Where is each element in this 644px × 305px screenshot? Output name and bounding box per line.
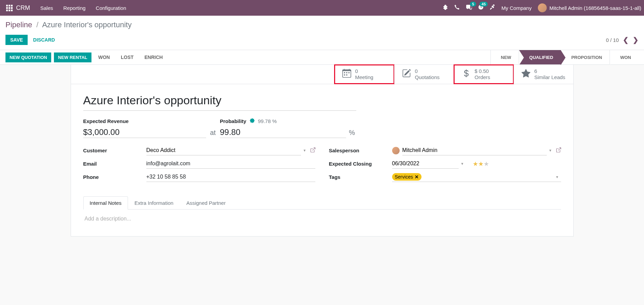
main-navbar: CRM Sales Reporting Configuration 5 45 M…: [0, 0, 644, 16]
star-icon[interactable]: ★: [484, 161, 489, 167]
star-icon[interactable]: ★: [478, 161, 484, 167]
expected-revenue-label: Expected Revenue: [83, 118, 206, 124]
form-sheet: 0 Meeting 0 Quotations $ 0.50: [71, 64, 574, 237]
lost-button[interactable]: LOST: [117, 52, 138, 62]
percent-label: %: [349, 129, 355, 137]
star-icon: [521, 69, 530, 80]
opportunity-name-input[interactable]: [83, 92, 356, 111]
stat-orders[interactable]: $ 0.50 Orders: [454, 65, 514, 84]
nav-menu-configuration[interactable]: Configuration: [96, 5, 126, 11]
stat-quotations-value: 0: [415, 68, 440, 74]
nav-menu-sales[interactable]: Sales: [40, 5, 53, 11]
breadcrumb-root[interactable]: Pipeline: [5, 20, 32, 29]
tags-input[interactable]: Services ✕ ▼: [392, 172, 561, 182]
stat-meeting-label: Meeting: [355, 74, 373, 80]
email-input[interactable]: [146, 159, 315, 169]
star-icon[interactable]: ★: [473, 161, 478, 167]
pager-value[interactable]: 0 / 10: [606, 37, 619, 43]
new-quotation-button[interactable]: NEW QUOTATION: [5, 52, 51, 62]
stat-similar-value: 6: [534, 68, 566, 74]
tags-label: Tags: [329, 174, 392, 180]
stat-similar-label: Similar Leads: [534, 74, 566, 80]
tag-chip: Services ✕: [392, 173, 422, 181]
gear-icon[interactable]: [250, 118, 255, 124]
discard-button[interactable]: DISCARD: [33, 37, 55, 43]
auto-probability: 99.78 %: [258, 118, 277, 124]
breadcrumb-current: Azure Interior's opportunity: [42, 20, 131, 29]
stat-similar[interactable]: 6 Similar Leads: [514, 65, 573, 84]
nav-menu-reporting[interactable]: Reporting: [63, 5, 86, 11]
messaging-badge: 5: [470, 2, 476, 6]
pager-next-icon[interactable]: ❯: [633, 36, 639, 44]
pager-prev-icon[interactable]: ❮: [623, 36, 629, 44]
email-label: Email: [83, 161, 146, 167]
expected-closing-label: Expected Closing: [329, 161, 392, 167]
stat-orders-label: Orders: [475, 74, 490, 80]
breadcrumb: Pipeline / Azure Interior's opportunity: [5, 20, 639, 29]
tab-assigned-partner[interactable]: Assigned Partner: [180, 196, 232, 209]
avatar: [538, 3, 547, 12]
app-brand[interactable]: CRM: [16, 4, 30, 12]
phone-label: Phone: [83, 174, 146, 180]
salesperson-label: Salesperson: [329, 148, 392, 153]
activities-icon[interactable]: 45: [478, 4, 484, 11]
control-bar: SAVE DISCARD 0 / 10 ❮ ❯: [0, 32, 644, 50]
probability-label: Probability: [220, 118, 246, 124]
user-menu[interactable]: Mitchell Admin (16856458-saas-15-1-all): [538, 3, 641, 12]
stat-meeting[interactable]: 0 Meeting: [334, 65, 394, 84]
description-input[interactable]: Add a description...: [85, 216, 560, 222]
debug-icon[interactable]: [443, 4, 448, 11]
caret-down-icon[interactable]: ▼: [461, 162, 464, 166]
activities-badge: 45: [480, 2, 488, 6]
phone-input[interactable]: [146, 172, 315, 182]
expected-closing-input[interactable]: [392, 159, 459, 169]
phone-icon[interactable]: [454, 4, 460, 11]
expected-revenue-input[interactable]: [83, 127, 206, 138]
stage-proposition[interactable]: PROPOSITION: [561, 50, 610, 64]
save-button[interactable]: SAVE: [5, 35, 28, 45]
stat-meeting-value: 0: [355, 68, 373, 74]
caret-down-icon[interactable]: ▼: [303, 149, 306, 152]
stat-buttons: 0 Meeting 0 Quotations $ 0.50: [71, 65, 573, 84]
enrich-button[interactable]: ENRICH: [140, 52, 167, 62]
priority-stars[interactable]: ★★★: [473, 160, 489, 168]
user-name: Mitchell Admin (16856458-saas-15-1-all): [549, 5, 641, 11]
status-bar: NEW QUOTATION NEW RENTAL WON LOST ENRICH…: [0, 50, 644, 65]
stat-quotations-label: Quotations: [415, 74, 440, 80]
stat-orders-value: $ 0.50: [475, 68, 490, 74]
stage-bar: NEW QUALIFIED PROPOSITION WON: [490, 50, 639, 64]
messaging-icon[interactable]: 5: [466, 4, 472, 11]
dollar-icon: [462, 69, 471, 80]
tabs: Internal Notes Extra Information Assigne…: [83, 196, 561, 210]
stage-qualified[interactable]: QUALIFIED: [519, 50, 561, 64]
breadcrumb-bar: Pipeline / Azure Interior's opportunity: [0, 16, 644, 32]
external-link-icon[interactable]: [311, 148, 315, 153]
tab-extra-information[interactable]: Extra Information: [128, 196, 180, 209]
tab-internal-notes[interactable]: Internal Notes: [83, 196, 128, 210]
customer-label: Customer: [83, 148, 146, 153]
company-selector[interactable]: My Company: [501, 5, 531, 11]
tools-icon[interactable]: [490, 4, 495, 11]
external-link-icon[interactable]: [556, 148, 561, 153]
stage-new[interactable]: NEW: [490, 50, 519, 64]
probability-input[interactable]: [220, 127, 346, 138]
caret-down-icon[interactable]: ▼: [549, 149, 552, 152]
avatar: [392, 147, 400, 154]
tab-content: Add a description...: [83, 210, 561, 228]
new-rental-button[interactable]: NEW RENTAL: [54, 52, 91, 62]
apps-icon[interactable]: [6, 5, 13, 11]
calendar-icon: [342, 69, 351, 80]
at-label: at: [210, 129, 216, 137]
caret-down-icon[interactable]: ▼: [556, 175, 559, 179]
won-button[interactable]: WON: [94, 52, 114, 62]
nav-menu: Sales Reporting Configuration: [40, 5, 126, 11]
stage-won[interactable]: WON: [610, 50, 639, 64]
tag-label: Services: [395, 174, 413, 180]
breadcrumb-separator: /: [36, 20, 38, 29]
salesperson-input[interactable]: [402, 146, 547, 155]
edit-icon: [402, 69, 411, 80]
customer-input[interactable]: [146, 146, 301, 155]
tag-remove-icon[interactable]: ✕: [415, 174, 419, 180]
stat-quotations[interactable]: 0 Quotations: [394, 65, 454, 84]
pager: 0 / 10 ❮ ❯: [606, 36, 639, 44]
